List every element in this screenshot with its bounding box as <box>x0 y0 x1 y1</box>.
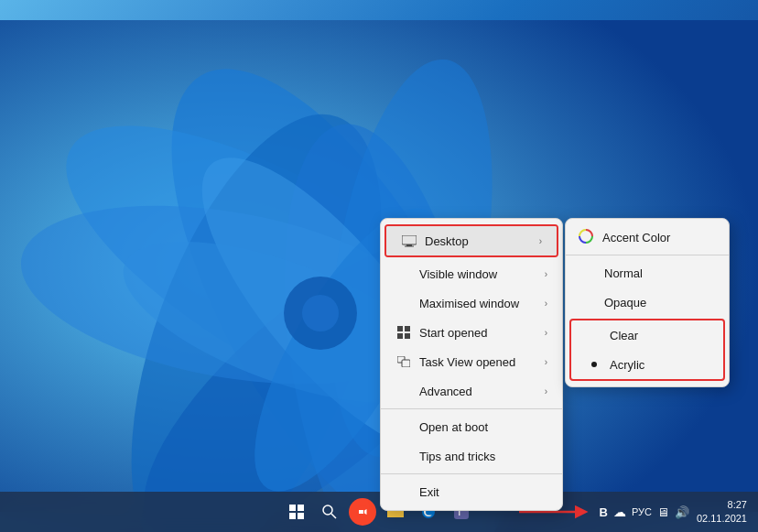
exit-icon <box>395 483 412 500</box>
svg-rect-27 <box>397 326 403 331</box>
cloud-icon[interactable]: ☁ <box>613 505 626 519</box>
task-view-icon <box>395 353 412 370</box>
task-view-arrow: › <box>545 357 547 367</box>
desktop-submenu-arrow: › <box>539 236 542 246</box>
advanced-icon <box>395 383 412 399</box>
sub-menu-item-normal-label: Normal <box>604 266 714 280</box>
taskbar: T B ☁ РУС 🖥 🔊 8:27 02.11.2021 <box>0 492 758 532</box>
svg-rect-28 <box>405 326 410 331</box>
svg-rect-16 <box>298 513 304 519</box>
clear-acrylic-wrapper: Clear Acrylic <box>569 319 725 381</box>
sub-menu-item-acrylic[interactable]: Acrylic <box>571 350 723 379</box>
crypto-icon[interactable]: B <box>600 505 608 519</box>
desktop-item-wrapper: Desktop › <box>384 224 558 257</box>
taskbar-systray: B ☁ РУС 🖥 🔊 <box>600 505 689 519</box>
desktop-icon <box>401 233 417 249</box>
svg-rect-32 <box>402 360 410 367</box>
sub-divider-1 <box>566 255 729 255</box>
menu-item-exit-label: Exit <box>419 485 547 499</box>
opaque-bullet-icon <box>580 294 597 310</box>
sub-menu-item-opaque[interactable]: Opaque <box>566 288 729 317</box>
menu-item-open-at-boot-label: Open at boot <box>419 420 547 434</box>
menu-divider-1 <box>381 408 562 409</box>
taskbar-clock[interactable]: 8:27 02.11.2021 <box>697 498 747 527</box>
acrylic-bullet <box>591 362 597 367</box>
menu-item-visible-window[interactable]: Visible window › <box>381 259 562 288</box>
sub-menu-item-normal[interactable]: Normal <box>566 258 729 288</box>
menu-item-task-view[interactable]: Task View opened › <box>381 347 562 376</box>
menu-item-desktop-label: Desktop <box>425 234 532 248</box>
menu-item-maximised-window[interactable]: Maximised window › <box>381 288 562 318</box>
sub-menu-item-clear[interactable]: Clear <box>571 320 723 350</box>
maximised-arrow: › <box>545 299 547 309</box>
menu-item-exit[interactable]: Exit <box>381 477 562 506</box>
menu-item-start-opened[interactable]: Start opened › <box>381 318 562 347</box>
svg-rect-24 <box>402 235 417 244</box>
language-indicator[interactable]: РУС <box>632 506 652 517</box>
search-taskbar-button[interactable] <box>316 498 343 526</box>
svg-rect-13 <box>289 505 296 511</box>
sub-menu-item-opaque-label: Opaque <box>604 296 714 309</box>
svg-rect-14 <box>298 505 304 511</box>
context-menu-sub: Accent Color Normal Opaque Clear Acrylic <box>565 218 730 387</box>
sub-menu-accent-color[interactable]: Accent Color <box>566 223 729 252</box>
menu-divider-2 <box>381 473 562 474</box>
normal-bullet-icon <box>580 265 597 281</box>
menu-item-advanced[interactable]: Advanced › <box>381 376 562 406</box>
display-icon[interactable]: 🖥 <box>657 505 669 519</box>
acrylic-bullet-icon <box>586 356 602 373</box>
menu-item-visible-window-label: Visible window <box>419 267 537 281</box>
advanced-arrow: › <box>545 386 547 396</box>
menu-item-desktop[interactable]: Desktop › <box>386 226 557 255</box>
svg-rect-30 <box>405 333 410 339</box>
clock-date: 02.11.2021 <box>697 512 747 526</box>
visible-window-arrow: › <box>545 269 547 279</box>
menu-item-start-opened-label: Start opened <box>419 326 537 340</box>
start-opened-arrow: › <box>545 328 547 338</box>
tips-icon <box>395 448 412 464</box>
clear-bullet-icon <box>586 327 602 343</box>
context-menu-main: Desktop › Visible window › Maximised win… <box>380 218 563 511</box>
svg-point-12 <box>302 295 339 331</box>
clock-time: 8:27 <box>697 498 747 512</box>
svg-line-18 <box>331 514 336 518</box>
svg-rect-15 <box>289 513 296 519</box>
menu-item-maximised-label: Maximised window <box>419 297 537 310</box>
menu-item-open-at-boot[interactable]: Open at boot <box>381 412 562 441</box>
start-button[interactable] <box>283 498 310 526</box>
accent-color-icon <box>579 229 595 245</box>
svg-rect-29 <box>397 333 403 339</box>
visible-window-icon <box>395 266 412 282</box>
video-app-button[interactable] <box>349 498 376 526</box>
open-at-boot-icon <box>395 418 412 435</box>
start-opened-icon <box>395 324 412 341</box>
sub-menu-item-acrylic-label: Acrylic <box>610 358 709 372</box>
menu-item-advanced-label: Advanced <box>419 385 537 398</box>
menu-item-tips-label: Tips and tricks <box>419 450 547 463</box>
svg-point-17 <box>323 505 332 515</box>
menu-item-task-view-label: Task View opened <box>419 355 537 369</box>
maximised-window-icon <box>395 295 412 311</box>
accent-color-label: Accent Color <box>602 231 670 244</box>
sub-menu-item-clear-label: Clear <box>610 329 709 342</box>
menu-item-tips[interactable]: Tips and tricks <box>381 441 562 471</box>
volume-icon[interactable]: 🔊 <box>675 505 689 519</box>
